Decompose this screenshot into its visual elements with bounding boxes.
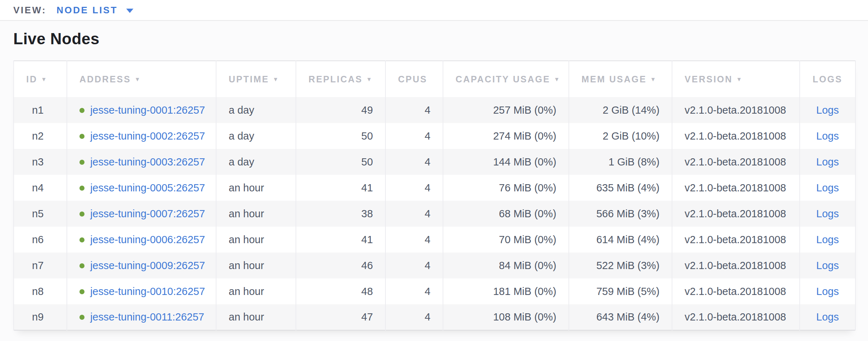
mem-cell: 2 GiB (10%) bbox=[569, 123, 672, 149]
id-cell: n8 bbox=[14, 278, 67, 304]
mem-cell: 635 MiB (4%) bbox=[569, 175, 672, 201]
replicas-cell: 50 bbox=[296, 123, 385, 149]
view-label: VIEW: bbox=[13, 5, 46, 16]
sort-desc-icon: ▼ bbox=[554, 76, 561, 82]
mem-cell: 759 MiB (5%) bbox=[569, 278, 672, 304]
column-header-id[interactable]: ID▼ bbox=[14, 61, 67, 97]
node-address-link[interactable]: jesse-tuning-0007:26257 bbox=[90, 208, 205, 219]
logs-cell: Logs bbox=[800, 304, 855, 330]
logs-link[interactable]: Logs bbox=[816, 260, 839, 271]
node-address-link[interactable]: jesse-tuning-0006:26257 bbox=[90, 234, 205, 245]
logs-link[interactable]: Logs bbox=[816, 234, 839, 245]
node-live-status-icon bbox=[79, 315, 84, 320]
id-cell: n4 bbox=[14, 175, 67, 201]
mem-cell: 2 GiB (14%) bbox=[569, 97, 672, 123]
node-live-status-icon bbox=[79, 108, 84, 113]
column-header-label: UPTIME bbox=[229, 74, 269, 84]
address-cell: jesse-tuning-0005:26257 bbox=[67, 175, 216, 201]
logs-link[interactable]: Logs bbox=[816, 130, 839, 142]
sort-desc-icon: ▼ bbox=[134, 76, 141, 82]
node-row-n6: n6jesse-tuning-0006:26257an hour41470 Mi… bbox=[14, 227, 855, 253]
column-header-label: CAPACITY USAGE bbox=[456, 74, 550, 84]
view-bar: VIEW: NODE LIST bbox=[0, 0, 868, 21]
column-header-mem[interactable]: MEM USAGE▼ bbox=[569, 61, 672, 97]
node-row-n7: n7jesse-tuning-0009:26257an hour46484 Mi… bbox=[14, 253, 855, 278]
version-cell: v2.1.0-beta.20181008 bbox=[672, 304, 800, 330]
uptime-cell: an hour bbox=[216, 304, 296, 330]
capacity-cell: 70 MiB (0%) bbox=[443, 227, 569, 253]
uptime-cell: an hour bbox=[216, 278, 296, 304]
id-cell: n7 bbox=[14, 253, 67, 278]
capacity-cell: 144 MiB (0%) bbox=[443, 149, 569, 175]
live-nodes-table: ID▼ADDRESS▼UPTIME▼REPLICAS▼CPUSCAPACITY … bbox=[13, 60, 856, 331]
address-cell: jesse-tuning-0010:26257 bbox=[67, 278, 216, 304]
page-title: Live Nodes bbox=[13, 29, 856, 48]
node-live-status-icon bbox=[79, 160, 84, 165]
logs-link[interactable]: Logs bbox=[816, 156, 839, 168]
node-row-n1: n1jesse-tuning-0001:26257a day494257 MiB… bbox=[14, 97, 855, 123]
version-cell: v2.1.0-beta.20181008 bbox=[672, 175, 800, 201]
mem-cell: 522 MiB (3%) bbox=[569, 253, 672, 278]
uptime-cell: a day bbox=[216, 97, 296, 123]
capacity-cell: 181 MiB (0%) bbox=[443, 278, 569, 304]
column-header-cpus: CPUS bbox=[385, 61, 443, 97]
column-header-uptime[interactable]: UPTIME▼ bbox=[216, 61, 296, 97]
version-cell: v2.1.0-beta.20181008 bbox=[672, 253, 800, 278]
uptime-cell: an hour bbox=[216, 201, 296, 227]
cpus-cell: 4 bbox=[385, 253, 443, 278]
cpus-cell: 4 bbox=[385, 97, 443, 123]
mem-cell: 1 GiB (8%) bbox=[569, 149, 672, 175]
address-cell: jesse-tuning-0002:26257 bbox=[67, 123, 216, 149]
column-header-address[interactable]: ADDRESS▼ bbox=[67, 61, 216, 97]
logs-cell: Logs bbox=[800, 97, 855, 123]
node-address-link[interactable]: jesse-tuning-0009:26257 bbox=[90, 260, 205, 271]
logs-link[interactable]: Logs bbox=[816, 104, 839, 116]
column-header-replicas[interactable]: REPLICAS▼ bbox=[296, 61, 385, 97]
logs-cell: Logs bbox=[800, 123, 855, 149]
logs-link[interactable]: Logs bbox=[816, 311, 839, 323]
view-selector-dropdown[interactable]: NODE LIST bbox=[56, 5, 133, 16]
sort-desc-icon: ▼ bbox=[650, 76, 657, 82]
address-cell: jesse-tuning-0001:26257 bbox=[67, 97, 216, 123]
node-address-link[interactable]: jesse-tuning-0010:26257 bbox=[90, 286, 205, 297]
column-header-label: LOGS bbox=[813, 74, 842, 84]
column-header-label: CPUS bbox=[398, 74, 427, 84]
uptime-cell: an hour bbox=[216, 175, 296, 201]
node-address-link[interactable]: jesse-tuning-0005:26257 bbox=[90, 182, 205, 194]
node-address-link[interactable]: jesse-tuning-0001:26257 bbox=[90, 104, 205, 116]
column-header-label: ADDRESS bbox=[79, 74, 131, 84]
uptime-cell: an hour bbox=[216, 253, 296, 278]
logs-link[interactable]: Logs bbox=[816, 182, 839, 194]
logs-link[interactable]: Logs bbox=[816, 286, 839, 297]
node-row-n2: n2jesse-tuning-0002:26257a day504274 MiB… bbox=[14, 123, 855, 149]
node-address-link[interactable]: jesse-tuning-0002:26257 bbox=[90, 130, 205, 142]
column-header-version[interactable]: VERSION▼ bbox=[672, 61, 800, 97]
capacity-cell: 84 MiB (0%) bbox=[443, 253, 569, 278]
version-cell: v2.1.0-beta.20181008 bbox=[672, 149, 800, 175]
replicas-cell: 50 bbox=[296, 149, 385, 175]
logs-cell: Logs bbox=[800, 201, 855, 227]
replicas-cell: 49 bbox=[296, 97, 385, 123]
version-cell: v2.1.0-beta.20181008 bbox=[672, 278, 800, 304]
mem-cell: 566 MiB (3%) bbox=[569, 201, 672, 227]
column-header-label: ID bbox=[26, 74, 37, 84]
version-cell: v2.1.0-beta.20181008 bbox=[672, 123, 800, 149]
cpus-cell: 4 bbox=[385, 278, 443, 304]
live-nodes-table-container: ID▼ADDRESS▼UPTIME▼REPLICAS▼CPUSCAPACITY … bbox=[13, 60, 856, 331]
id-cell: n6 bbox=[14, 227, 67, 253]
column-header-capacity[interactable]: CAPACITY USAGE▼ bbox=[443, 61, 569, 97]
replicas-cell: 48 bbox=[296, 278, 385, 304]
chevron-down-icon bbox=[126, 9, 133, 13]
node-address-link[interactable]: jesse-tuning-0011:26257 bbox=[90, 311, 204, 323]
version-cell: v2.1.0-beta.20181008 bbox=[672, 97, 800, 123]
cpus-cell: 4 bbox=[385, 175, 443, 201]
capacity-cell: 257 MiB (0%) bbox=[443, 97, 569, 123]
logs-link[interactable]: Logs bbox=[816, 208, 839, 219]
logs-cell: Logs bbox=[800, 175, 855, 201]
replicas-cell: 46 bbox=[296, 253, 385, 278]
uptime-cell: an hour bbox=[216, 227, 296, 253]
column-header-label: REPLICAS bbox=[309, 74, 362, 84]
uptime-cell: a day bbox=[216, 149, 296, 175]
logs-cell: Logs bbox=[800, 149, 855, 175]
node-address-link[interactable]: jesse-tuning-0003:26257 bbox=[90, 156, 205, 168]
